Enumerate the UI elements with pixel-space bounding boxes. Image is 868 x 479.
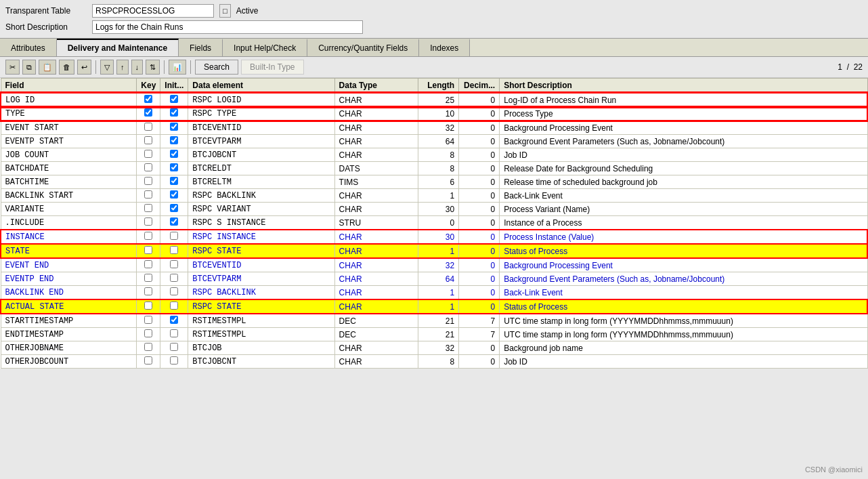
tab-attributes[interactable]: Attributes: [0, 39, 57, 56]
cell-init[interactable]: [160, 244, 188, 258]
cell-init[interactable]: [160, 135, 188, 148]
cell-init[interactable]: [160, 148, 188, 162]
cell-decim: 0: [459, 203, 500, 216]
cell-init[interactable]: [160, 286, 188, 300]
table-row: VARIANTERSPC VARIANTCHAR300Process Varia…: [1, 203, 867, 216]
cell-key[interactable]: [137, 355, 160, 369]
cell-length: 0: [418, 216, 459, 230]
cell-key[interactable]: [137, 328, 160, 341]
undo-btn[interactable]: ↩: [77, 60, 91, 75]
col-length: Length: [418, 79, 459, 93]
col-field: Field: [1, 79, 137, 93]
sort-desc-btn[interactable]: ↓: [131, 60, 144, 75]
cell-field: EVENTP START: [1, 135, 137, 148]
fields-table: Field Key Init... Data element Data Type…: [0, 78, 868, 369]
table-row: STARTTIMESTAMPRSTIMESTMPLDEC217UTC time …: [1, 314, 867, 328]
filter-btn[interactable]: ▽: [100, 60, 114, 75]
cell-init[interactable]: [160, 230, 188, 244]
cell-init[interactable]: [160, 314, 188, 328]
cell-key[interactable]: [137, 244, 160, 258]
cell-key[interactable]: [137, 216, 160, 230]
cell-decim: 0: [459, 107, 500, 121]
cell-data-type: DEC: [334, 314, 418, 328]
cell-init[interactable]: [160, 203, 188, 216]
cell-key[interactable]: [137, 341, 160, 355]
cell-short-desc: Job ID: [500, 148, 867, 162]
tab-fields[interactable]: Fields: [179, 39, 223, 56]
cell-field: TYPE: [1, 107, 137, 121]
table-body: LOG IDRSPC LOGIDCHAR250Log-ID of a Proce…: [1, 93, 867, 369]
cell-short-desc: Log-ID of a Process Chain Run: [500, 93, 867, 107]
cell-length: 8: [418, 355, 459, 369]
cell-decim: 0: [459, 286, 500, 300]
cell-init[interactable]: [160, 162, 188, 175]
table-expand-btn[interactable]: □: [219, 4, 231, 18]
cell-data-element: BTCJOBCNT: [188, 355, 334, 369]
cell-short-desc: Status of Process: [500, 299, 867, 314]
copy-btn[interactable]: ⧉: [22, 60, 36, 75]
cell-key[interactable]: [137, 203, 160, 216]
cell-init[interactable]: [160, 189, 188, 203]
cell-short-desc: Instance of a Process: [500, 216, 867, 230]
cell-key[interactable]: [137, 258, 160, 272]
delete-btn[interactable]: 🗑: [59, 60, 74, 75]
cell-data-type: CHAR: [334, 299, 418, 314]
cell-init[interactable]: [160, 121, 188, 135]
cell-key[interactable]: [137, 107, 160, 121]
cell-init[interactable]: [160, 175, 188, 189]
tab-indexes[interactable]: Indexes: [419, 39, 470, 56]
cell-init[interactable]: [160, 216, 188, 230]
cell-init[interactable]: [160, 299, 188, 314]
cell-key[interactable]: [137, 162, 160, 175]
table-row: ACTUAL STATERSPC STATECHAR10Status of Pr…: [1, 299, 867, 314]
move-btn[interactable]: ⇅: [146, 60, 160, 75]
cell-field: STATE: [1, 244, 137, 258]
cell-key[interactable]: [137, 230, 160, 244]
cell-init[interactable]: [160, 272, 188, 286]
cell-data-element: BTCEVENTID: [188, 121, 334, 135]
cell-data-type: STRU: [334, 216, 418, 230]
cell-key[interactable]: [137, 175, 160, 189]
cell-key[interactable]: [137, 121, 160, 135]
tab-input-help[interactable]: Input Help/Check: [223, 39, 307, 56]
chart-btn[interactable]: 📊: [169, 60, 186, 75]
cell-length: 1: [418, 189, 459, 203]
cell-field: EVENT END: [1, 258, 137, 272]
table-row: EVENT ENDBTCEVENTIDCHAR320Background Pro…: [1, 258, 867, 272]
cell-length: 32: [418, 341, 459, 355]
cell-decim: 0: [459, 189, 500, 203]
cell-init[interactable]: [160, 328, 188, 341]
cell-key[interactable]: [137, 286, 160, 300]
cell-field: ACTUAL STATE: [1, 299, 137, 314]
cell-decim: 0: [459, 244, 500, 258]
table-row: INSTANCERSPC INSTANCECHAR300Process Inst…: [1, 230, 867, 244]
cut-btn[interactable]: ✂: [5, 60, 20, 75]
cell-data-element: BTCEVTPARM: [188, 135, 334, 148]
cell-key[interactable]: [137, 135, 160, 148]
cell-key[interactable]: [137, 189, 160, 203]
paste-btn[interactable]: 📋: [39, 60, 56, 75]
cell-key[interactable]: [137, 93, 160, 107]
cell-decim: 0: [459, 162, 500, 175]
cell-data-type: CHAR: [334, 355, 418, 369]
cell-key[interactable]: [137, 148, 160, 162]
table-input[interactable]: [92, 4, 214, 18]
cell-key[interactable]: [137, 299, 160, 314]
cell-data-type: CHAR: [334, 286, 418, 300]
cell-key[interactable]: [137, 314, 160, 328]
tab-delivery[interactable]: Delivery and Maintenance: [57, 39, 179, 56]
cell-data-type: TIMS: [334, 175, 418, 189]
cell-init[interactable]: [160, 258, 188, 272]
cell-short-desc: Process Type: [500, 107, 867, 121]
cell-init[interactable]: [160, 107, 188, 121]
builtin-btn[interactable]: Built-In Type: [241, 60, 303, 75]
tab-currency[interactable]: Currency/Quantity Fields: [307, 39, 419, 56]
short-desc-input[interactable]: [92, 20, 363, 34]
sort-asc-btn[interactable]: ↑: [116, 60, 129, 75]
cell-init[interactable]: [160, 355, 188, 369]
cell-key[interactable]: [137, 272, 160, 286]
cell-init[interactable]: [160, 93, 188, 107]
table-container: Field Key Init... Data element Data Type…: [0, 78, 868, 369]
cell-init[interactable]: [160, 341, 188, 355]
search-btn[interactable]: Search: [195, 60, 238, 75]
